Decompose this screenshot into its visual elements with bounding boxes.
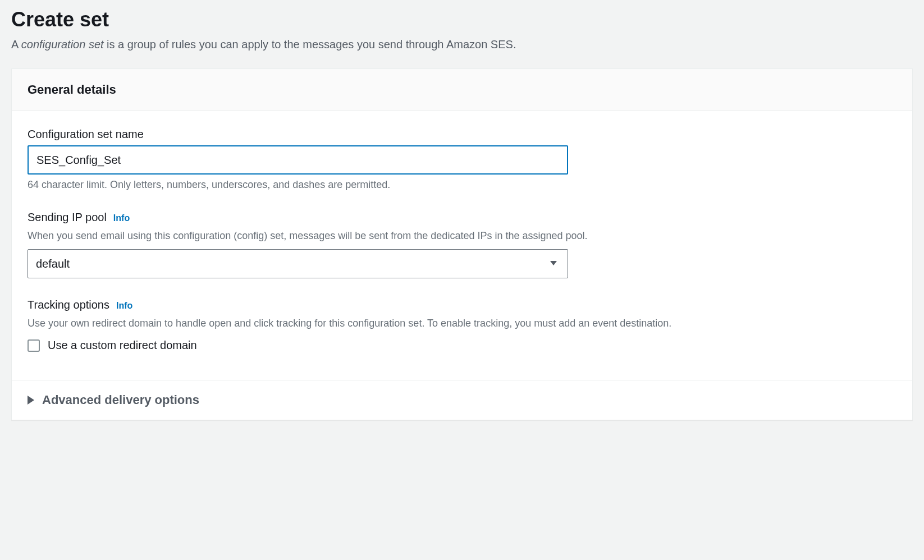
panel-header: General details (12, 69, 912, 111)
tracking-row: Tracking options Info Use your own redir… (28, 299, 896, 352)
advanced-delivery-toggle[interactable]: Advanced delivery options (28, 393, 896, 407)
advanced-delivery-title: Advanced delivery options (42, 393, 199, 407)
panel-header-title: General details (28, 82, 896, 97)
ip-pool-description: When you send email using this configura… (28, 228, 896, 244)
panel-body: Configuration set name 64 character limi… (12, 111, 912, 380)
ip-pool-label-text: Sending IP pool (28, 211, 107, 224)
config-name-row: Configuration set name 64 character limi… (28, 128, 896, 191)
subtitle-italic: configuration set (21, 38, 104, 51)
ip-pool-select[interactable]: default (28, 249, 568, 278)
config-name-hint: 64 character limit. Only letters, number… (28, 179, 896, 191)
subtitle-suffix: is a group of rules you can apply to the… (104, 38, 516, 51)
tracking-label-text: Tracking options (28, 299, 109, 311)
custom-redirect-checkbox-label: Use a custom redirect domain (48, 339, 197, 352)
page-title: Create set (11, 0, 913, 36)
ip-pool-label: Sending IP pool Info (28, 211, 896, 224)
triangle-right-icon (28, 396, 34, 405)
tracking-info-link[interactable]: Info (116, 301, 132, 311)
panel-footer: Advanced delivery options (12, 380, 912, 420)
tracking-description: Use your own redirect domain to handle o… (28, 316, 896, 331)
tracking-label: Tracking options Info (28, 299, 896, 311)
ip-pool-info-link[interactable]: Info (113, 213, 130, 223)
subtitle-prefix: A (11, 38, 21, 51)
custom-redirect-checkbox[interactable] (28, 339, 40, 352)
config-name-label-text: Configuration set name (28, 128, 144, 141)
general-details-panel: General details Configuration set name 6… (11, 68, 913, 420)
ip-pool-select-wrap: default (28, 249, 568, 278)
custom-redirect-checkbox-row[interactable]: Use a custom redirect domain (28, 339, 896, 352)
config-name-label: Configuration set name (28, 128, 896, 141)
ip-pool-row: Sending IP pool Info When you send email… (28, 211, 896, 278)
config-name-input[interactable] (28, 145, 568, 175)
page-subtitle: A configuration set is a group of rules … (11, 36, 913, 68)
